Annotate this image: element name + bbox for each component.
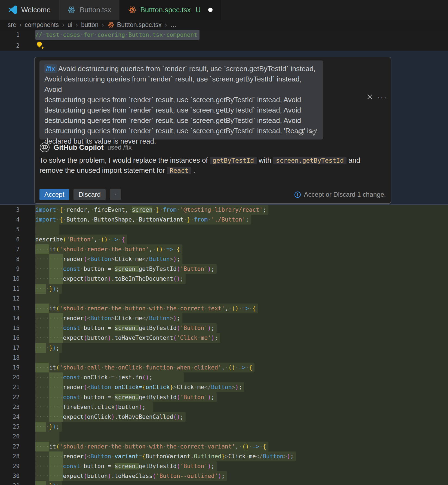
code-line[interactable]: 27····it('should·render·the·button·with·…: [0, 442, 448, 451]
code-line-content[interactable]: ····});: [35, 481, 448, 485]
code-line-content[interactable]: ········expect(button).toHaveTextContent…: [35, 333, 448, 343]
discard-button[interactable]: Discard: [73, 189, 105, 200]
code-line-content[interactable]: ········const·onClick·=·jest.fn();: [35, 372, 448, 382]
code-line-content[interactable]: import·{·render,·fireEvent,·screen·}·fro…: [35, 205, 448, 215]
inline-code-chip: React: [167, 167, 191, 174]
lightbulb-sparkle-icon[interactable]: [36, 41, 45, 50]
line-number-gutter: 31: [0, 481, 35, 485]
breadcrumb-item[interactable]: ui: [67, 21, 72, 29]
line-number: 15: [0, 323, 20, 333]
line-number: 6: [0, 235, 20, 244]
code-line-content[interactable]: ········fireEvent.click(button);: [35, 402, 448, 412]
code-line-content[interactable]: ····it('should·render·the·button',·()·=>…: [35, 244, 448, 254]
line-number: 12: [0, 294, 20, 304]
line-number-gutter: 19: [0, 363, 35, 372]
line-number: 29: [0, 461, 20, 471]
code-line[interactable]: 25····});: [0, 422, 448, 432]
code-line-content[interactable]: ········render(<Button>Click·me</Button>…: [35, 254, 448, 264]
code-text: //·test·cases·for·covering·Button.tsx·co…: [35, 30, 200, 40]
code-line[interactable]: 22········const·button·=·screen.getByTes…: [0, 392, 448, 402]
tab-buttton-spec-tsx[interactable]: Buttton.spec.tsx U: [120, 0, 221, 20]
code-line[interactable]: 29········const·button·=·screen.getByTes…: [0, 461, 448, 471]
code-line-content[interactable]: [35, 432, 448, 441]
code-line[interactable]: 30········expect(button).toHaveClass('Bu…: [0, 471, 448, 481]
line-number-gutter: 5: [0, 225, 35, 234]
diff-document-icon: [115, 191, 116, 198]
code-line[interactable]: 8········render(<Button>Click·me</Button…: [0, 254, 448, 264]
code-line[interactable]: 31····});: [0, 481, 448, 485]
code-line[interactable]: 21········render(<Button·onClick={onClic…: [0, 382, 448, 392]
code-line[interactable]: 10········expect(button).toBeInTheDocume…: [0, 274, 448, 284]
code-text: [35, 225, 59, 234]
code-line-content[interactable]: ········const·button·=·screen.getByTestI…: [35, 264, 448, 274]
code-line[interactable]: 23········fireEvent.click(button);: [0, 402, 448, 412]
code-line[interactable]: 11····});: [0, 284, 448, 294]
send-icon[interactable]: [309, 128, 318, 137]
code-line[interactable]: 13····it('should·render·the·button·with·…: [0, 304, 448, 313]
code-text: ········render(<Button·onClick={onClick}…: [35, 382, 244, 392]
breadcrumb-item[interactable]: …: [170, 21, 176, 29]
code-line[interactable]: 16········expect(button).toHaveTextConte…: [0, 333, 448, 343]
code-line[interactable]: 26: [0, 432, 448, 441]
code-line[interactable]: 9········const·button·=·screen.getByTest…: [0, 264, 448, 274]
tab-welcome[interactable]: Welcome: [0, 0, 59, 20]
code-line-content[interactable]: ········render(<Button>Click·me</Button>…: [35, 313, 448, 323]
code-line[interactable]: 20········const·onClick·=·jest.fn();: [0, 372, 448, 382]
chat-input-line: destructuring queries from `render` resu…: [44, 105, 318, 115]
accept-button[interactable]: Accept: [39, 189, 69, 200]
react-icon: [107, 21, 114, 28]
code-line[interactable]: 15········const·button·=·screen.getByTes…: [0, 323, 448, 333]
code-text: ····it('should·render·the·button',·()·=>…: [35, 244, 182, 254]
code-line-content[interactable]: ········const·button·=·screen.getByTestI…: [35, 323, 448, 333]
breadcrumb-item[interactable]: button: [81, 21, 99, 29]
code-line-content[interactable]: [35, 41, 448, 51]
code-line-content[interactable]: ········render(<Button·onClick={onClick}…: [35, 382, 448, 392]
code-line[interactable]: 19····it('should·call·the·onClick·functi…: [0, 363, 448, 372]
code-line[interactable]: 5: [0, 225, 448, 234]
code-line-content[interactable]: ········const·button·=·screen.getByTestI…: [35, 392, 448, 402]
inline-code-chip: getByTestId: [210, 157, 257, 164]
code-line-content[interactable]: ········render(<Button·variant={ButtonVa…: [35, 451, 448, 461]
code-line-content[interactable]: ········expect(onClick).toHaveBeenCalled…: [35, 412, 448, 422]
code-line-content[interactable]: ········expect(button).toBeInTheDocument…: [35, 274, 448, 284]
code-line-content[interactable]: ····});: [35, 422, 448, 432]
code-line[interactable]: 12: [0, 294, 448, 304]
code-line[interactable]: 2: [0, 41, 448, 51]
code-line-content[interactable]: ····it('should·render·the·button·with·th…: [35, 442, 448, 451]
code-line[interactable]: 28········render(<Button·variant={Button…: [0, 451, 448, 461]
code-line-content[interactable]: ········const·button·=·screen.getByTestI…: [35, 461, 448, 471]
breadcrumb-item[interactable]: Buttton.spec.tsx: [117, 21, 162, 29]
code-line-content[interactable]: ····it('should·render·the·button·with·th…: [35, 304, 448, 313]
toggle-diff-button[interactable]: [110, 189, 121, 200]
chat-input[interactable]: /fixAvoid destructuring queries from `re…: [39, 60, 323, 140]
code-line-content[interactable]: [35, 225, 448, 234]
code-line-content[interactable]: ····it('should·call·the·onClick·function…: [35, 363, 448, 372]
code-line[interactable]: 7····it('should·render·the·button',·()·=…: [0, 244, 448, 254]
line-number-gutter: 30: [0, 471, 35, 481]
breadcrumb-item[interactable]: components: [25, 21, 59, 29]
breadcrumb-item[interactable]: src: [8, 21, 16, 29]
code-line-content[interactable]: ····});: [35, 284, 448, 294]
code-line-content[interactable]: import·{·Button,·ButtonShape,·ButtonVari…: [35, 215, 448, 225]
tab-button-tsx[interactable]: Button.tsx: [59, 0, 120, 20]
code-line-content[interactable]: describe('Button',·()·=>·{: [35, 235, 448, 244]
code-line-content[interactable]: [35, 294, 448, 304]
code-line[interactable]: 24········expect(onClick).toHaveBeenCall…: [0, 412, 448, 422]
code-line[interactable]: 3import·{·render,·fireEvent,·screen·}·fr…: [0, 205, 448, 215]
code-line[interactable]: 1//·test·cases·for·covering·Button.tsx·c…: [0, 30, 448, 40]
change-status-text: Accept or Discard 1 change.: [304, 191, 386, 198]
more-actions-icon[interactable]: ···: [377, 93, 387, 102]
mic-icon[interactable]: [297, 129, 305, 137]
unsaved-dot-icon[interactable]: [208, 8, 213, 12]
code-line[interactable]: 14········render(<Button>Click·me</Butto…: [0, 313, 448, 323]
code-line-content[interactable]: //·test·cases·for·covering·Button.tsx·co…: [35, 30, 448, 40]
code-line[interactable]: 4import·{·Button,·ButtonShape,·ButtonVar…: [0, 215, 448, 225]
code-line-content[interactable]: [35, 353, 448, 363]
code-line[interactable]: 6describe('Button',·()·=>·{: [0, 235, 448, 244]
code-line[interactable]: 17····});: [0, 343, 448, 353]
code-line-content[interactable]: ········expect(button).toHaveClass('Butt…: [35, 471, 448, 481]
code-line-content[interactable]: ····});: [35, 343, 448, 353]
tab-label: Buttton.spec.tsx: [140, 6, 191, 14]
code-line[interactable]: 18: [0, 353, 448, 363]
close-icon[interactable]: [366, 93, 373, 101]
